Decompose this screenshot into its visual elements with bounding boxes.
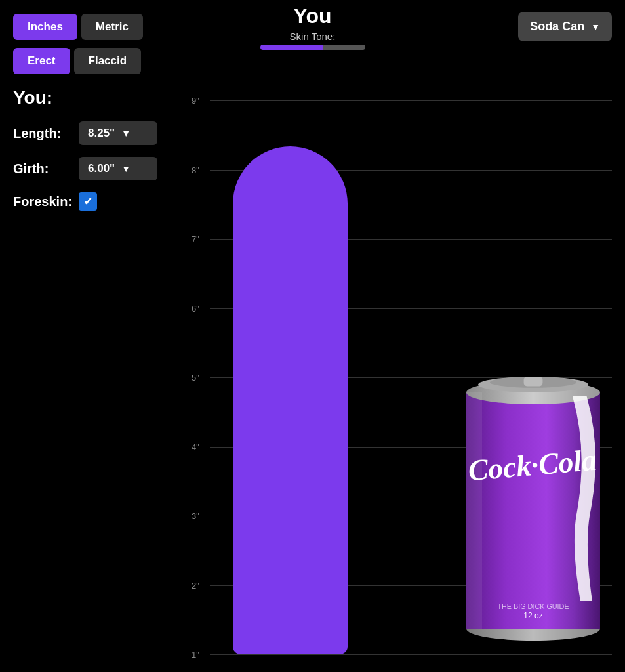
metric-button[interactable]: Metric	[81, 14, 143, 40]
can-container: Cock·Cola THE BIG DICK GUIDE 12 oz	[454, 359, 612, 654]
foreskin-label: Foreskin:	[13, 194, 79, 209]
ruler-label: 8"	[192, 165, 199, 175]
flaccid-button[interactable]: Flaccid	[74, 48, 142, 74]
skin-tone-slider-container	[260, 45, 365, 50]
inches-button[interactable]: Inches	[13, 14, 77, 40]
foreskin-row: Foreskin: ✓	[13, 192, 177, 211]
ruler-label: 6"	[192, 303, 199, 313]
girth-row: Girth: 6.00" ▼	[13, 157, 177, 180]
skin-tone-slider[interactable]	[260, 45, 365, 50]
svg-rect-5	[524, 377, 543, 386]
length-label: Length:	[13, 126, 79, 141]
checkbox-check-icon: ✓	[83, 194, 93, 209]
ruler-label: 3"	[192, 511, 199, 521]
ruler-line: 1"	[210, 654, 612, 655]
chart-area: 1"2"3"4"5"6"7"8"9"	[190, 81, 625, 672]
foreskin-checkbox-container: ✓	[79, 192, 97, 211]
girth-label: Girth:	[13, 161, 79, 177]
top-center: You Skin Tone:	[260, 4, 365, 50]
state-buttons: Erect Flaccid	[13, 48, 141, 74]
svg-text:12 oz: 12 oz	[523, 611, 542, 620]
svg-rect-9	[466, 392, 482, 629]
ruler-label: 1"	[192, 650, 199, 660]
compare-label: Soda Can	[530, 20, 584, 33]
soda-can-svg: Cock·Cola THE BIG DICK GUIDE 12 oz	[454, 359, 612, 654]
ruler-label: 4"	[192, 442, 199, 452]
length-select[interactable]: 8.25" ▼	[79, 121, 157, 145]
erect-button[interactable]: Erect	[13, 48, 70, 74]
second-bar: Erect Flaccid	[0, 48, 625, 81]
unit-buttons: Inches Metric	[13, 14, 143, 40]
ruler-label: 5"	[192, 373, 199, 383]
top-bar: Inches Metric You Skin Tone: Soda Can ▼	[0, 0, 625, 48]
girth-arrow: ▼	[121, 163, 131, 174]
girth-select[interactable]: 6.00" ▼	[79, 157, 157, 180]
shape-body	[233, 146, 348, 654]
foreskin-checkbox[interactable]: ✓	[79, 192, 97, 211]
shape-container	[233, 146, 348, 654]
compare-dropdown-arrow: ▼	[591, 22, 600, 32]
ruler-line: 9"	[210, 100, 612, 101]
svg-text:THE BIG DICK GUIDE: THE BIG DICK GUIDE	[497, 602, 569, 610]
center-title: You	[260, 4, 365, 28]
you-label: You:	[13, 87, 177, 108]
length-value: 8.25"	[88, 127, 115, 140]
length-row: Length: 8.25" ▼	[13, 121, 177, 145]
length-arrow: ▼	[121, 128, 131, 138]
main-content: You: Length: 8.25" ▼ Girth: 6.00" ▼ Fore…	[0, 81, 625, 672]
left-panel: You: Length: 8.25" ▼ Girth: 6.00" ▼ Fore…	[0, 81, 190, 672]
compare-dropdown[interactable]: Soda Can ▼	[518, 12, 612, 41]
ruler-label: 9"	[192, 96, 199, 106]
girth-value: 6.00"	[88, 162, 115, 175]
skin-tone-label: Skin Tone:	[260, 31, 365, 42]
ruler-label: 2"	[192, 580, 199, 590]
ruler-label: 7"	[192, 234, 199, 244]
